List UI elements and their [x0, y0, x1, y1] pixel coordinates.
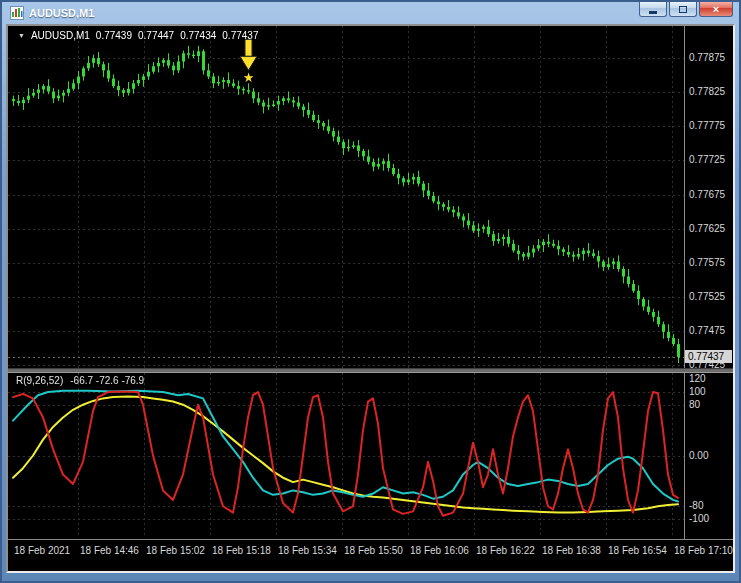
restore-icon	[679, 6, 687, 13]
indicator-axis-label: 100	[689, 386, 706, 397]
indicator-axis-label: 0.00	[689, 450, 708, 461]
minimize-button[interactable]	[639, 2, 667, 17]
price-axis-separator	[684, 26, 685, 539]
chart-icon	[10, 6, 24, 20]
price-chart-canvas[interactable]	[8, 26, 684, 368]
price-axis-label: 0.77625	[689, 223, 725, 234]
price-axis-label: 0.77525	[689, 291, 725, 302]
close-icon: ×	[713, 3, 719, 15]
price-axis-label: 0.77475	[689, 325, 725, 336]
window-titlebar[interactable]: AUDUSD,M1 ×	[6, 2, 735, 24]
indicator-axis-label: -80	[689, 500, 703, 511]
time-axis-label: 18 Feb 15:34	[278, 545, 337, 556]
price-axis-label: 0.77875	[689, 52, 725, 63]
window-title: AUDUSD,M1	[29, 7, 94, 19]
window-controls: ×	[639, 2, 735, 17]
time-axis-label: 18 Feb 16:06	[410, 545, 469, 556]
ohlc-open: 0.77439	[96, 30, 132, 41]
time-axis-label: 18 Feb 15:50	[344, 545, 403, 556]
price-axis-label: 0.77775	[689, 120, 725, 131]
indicator-axis-label: -100	[689, 513, 709, 524]
close-button[interactable]: ×	[699, 2, 733, 17]
indicator-label: R(9,26,52) -66.7 -72.6 -76.9	[16, 375, 144, 386]
indicator-name: R(9,26,52)	[16, 375, 63, 386]
ohlc-close: 0.77437	[222, 30, 258, 41]
chart-indicator-divider[interactable]	[8, 368, 733, 373]
indicator-values: -66.7 -72.6 -76.9	[70, 375, 144, 386]
restore-button[interactable]	[669, 2, 697, 17]
price-axis-label: 0.77825	[689, 86, 725, 97]
ohlc-low: 0.77434	[180, 30, 216, 41]
indicator-axis-label: 120	[689, 373, 706, 384]
price-axis-label: 0.77675	[689, 189, 725, 200]
time-axis-label: 18 Feb 14:46	[80, 545, 139, 556]
time-axis-label: 18 Feb 2021	[14, 545, 70, 556]
time-axis-separator	[8, 539, 733, 540]
expand-arrow-icon[interactable]: ▼	[18, 32, 25, 39]
price-axis-label: 0.77425	[689, 359, 725, 370]
time-axis-label: 18 Feb 16:38	[542, 545, 601, 556]
time-axis-label: 18 Feb 15:18	[212, 545, 271, 556]
price-axis-label: 0.77725	[689, 154, 725, 165]
price-axis-label: 0.77575	[689, 257, 725, 268]
time-axis-label: 18 Feb 16:54	[608, 545, 667, 556]
minimize-icon	[649, 11, 657, 14]
time-axis-label: 18 Feb 15:02	[146, 545, 205, 556]
symbol-label: AUDUSD,M1	[31, 30, 90, 41]
ohlc-info-line: ▼ AUDUSD,M1 0.77439 0.77447 0.77434 0.77…	[18, 30, 258, 41]
indicator-chart-canvas[interactable]	[8, 373, 684, 538]
ohlc-high: 0.77447	[138, 30, 174, 41]
time-axis-label: 18 Feb 17:10	[674, 545, 733, 556]
mt4-chart-window: AUDUSD,M1 × ▼ AUDUSD,M1 0.77439 0.77447 …	[0, 0, 741, 583]
indicator-axis-label: 80	[689, 399, 700, 410]
time-axis-label: 18 Feb 16:22	[476, 545, 535, 556]
chart-client-area: ▼ AUDUSD,M1 0.77439 0.77447 0.77434 0.77…	[6, 24, 735, 573]
